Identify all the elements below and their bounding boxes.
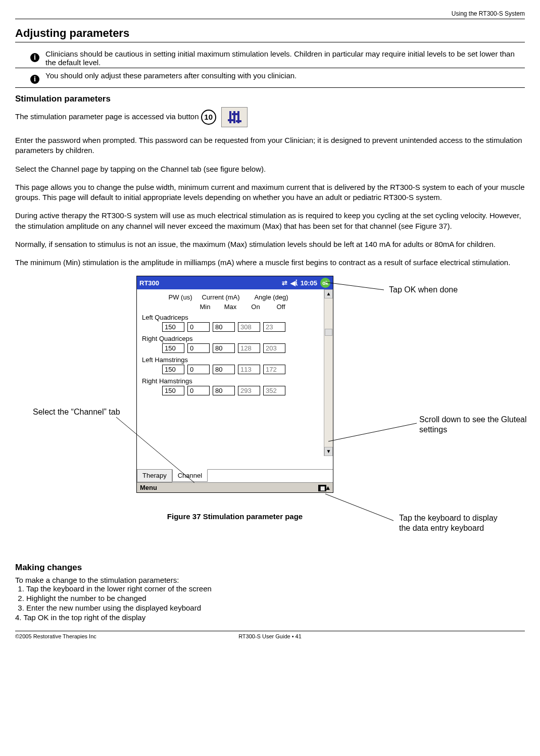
titlebar: RT300 ⇄ ◀ἰ 10:05 ok xyxy=(137,276,333,289)
muscle-row: Left Quadriceps 150 0 80 308 23 xyxy=(142,314,321,332)
scroll-region: PW (us) Current (mA) Angle (deg) Min Max… xyxy=(137,289,333,456)
sub-min: Min xyxy=(192,303,218,311)
stim-line-text: The stimulation parameter page is access… xyxy=(15,112,199,121)
min-input[interactable]: 0 xyxy=(187,343,210,353)
menu-button[interactable]: Menu xyxy=(140,484,157,491)
pw-input[interactable]: 150 xyxy=(162,386,184,395)
footer-left: ©2005 Restorative Therapies Inc xyxy=(15,633,185,639)
paragraph: The minimum (Min) stimulation is the amp… xyxy=(15,258,525,268)
muscle-label: Right Quadriceps xyxy=(142,335,321,342)
muscle-label: Left Quadriceps xyxy=(142,314,321,321)
off-value[interactable]: 352 xyxy=(263,386,285,395)
info-text: Clinicians should be cautious in setting… xyxy=(45,49,525,67)
callout-scroll: Scroll down to see the Gluteal settings xyxy=(419,415,535,435)
paragraph: During active therapy the RT300-S system… xyxy=(15,211,525,231)
min-input[interactable]: 0 xyxy=(187,322,210,332)
col-pw: PW (us) xyxy=(165,293,195,301)
off-value[interactable]: 203 xyxy=(263,343,285,353)
paragraph: The stimulation parameter page is access… xyxy=(15,107,525,127)
footer-center: RT300-S User Guide • 41 xyxy=(185,633,355,639)
app-title: RT300 xyxy=(139,279,159,287)
callout-keyboard: Tap the keyboard to display the data ent… xyxy=(399,513,510,533)
tabs: Therapy Channel xyxy=(137,469,333,482)
sub-off: Off xyxy=(268,303,293,311)
sub-max: Max xyxy=(218,303,243,311)
info-icon: i xyxy=(30,49,45,63)
paragraph: Normally, if sensation to stimulus is no… xyxy=(15,239,525,249)
step: Tap the keyboard in the lower right corn… xyxy=(26,584,525,593)
on-value[interactable]: 293 xyxy=(238,386,260,395)
off-value[interactable]: 23 xyxy=(263,322,285,332)
max-input[interactable]: 80 xyxy=(213,322,235,332)
header-right: Using the RT300-S System xyxy=(452,10,525,17)
device-screenshot: RT300 ⇄ ◀ἰ 10:05 ok PW (us) Current (mA)… xyxy=(136,276,333,493)
step: Enter the new number using the displayed… xyxy=(26,603,525,612)
vertical-scrollbar[interactable]: ▲ ▼ xyxy=(324,289,333,456)
svg-line-2 xyxy=(328,423,417,441)
muscle-row: Right Quadriceps 150 0 80 128 203 xyxy=(142,335,321,353)
info-row: i You should only adjust these parameter… xyxy=(15,68,525,84)
info-text: You should only adjust these parameters … xyxy=(45,71,525,80)
svg-line-3 xyxy=(325,494,394,521)
menu-bar: Menu ▦▴ xyxy=(137,482,333,492)
column-headers: PW (us) Current (mA) Angle (deg) xyxy=(142,293,321,301)
sub-on: On xyxy=(243,303,268,311)
muscle-row: Left Hamstrings 150 0 80 113 172 xyxy=(142,356,321,374)
min-input[interactable]: 0 xyxy=(187,386,210,395)
col-current: Current (mA) xyxy=(195,293,246,301)
page-title: Adjusting parameters xyxy=(15,27,525,42)
on-value[interactable]: 308 xyxy=(238,322,260,332)
keyboard-icon[interactable]: ▦▴ xyxy=(318,484,330,491)
tab-channel[interactable]: Channel xyxy=(172,469,208,482)
page-header: Using the RT300-S System xyxy=(15,10,525,19)
step: Highlight the number to be changed xyxy=(26,594,525,602)
sub-headers: Min Max On Off xyxy=(142,303,321,311)
pw-input[interactable]: 150 xyxy=(162,365,184,374)
on-value[interactable]: 128 xyxy=(238,343,260,353)
section-heading: Making changes xyxy=(15,563,525,573)
max-input[interactable]: 80 xyxy=(213,386,235,395)
muscle-label: Right Hamstrings xyxy=(142,377,321,385)
scroll-up-button[interactable]: ▲ xyxy=(324,289,333,298)
figure-caption: Figure 37 Stimulation parameter page xyxy=(136,512,333,521)
figure-area: RT300 ⇄ ◀ἰ 10:05 ok PW (us) Current (mA)… xyxy=(15,276,525,559)
scroll-down-button[interactable]: ▼ xyxy=(324,447,333,456)
section-heading: Stimulation parameters xyxy=(15,94,525,104)
col-angle: Angle (deg) xyxy=(246,293,297,301)
min-input[interactable]: 0 xyxy=(187,365,210,374)
ok-button[interactable]: ok xyxy=(320,278,330,288)
info-row: i Clinicians should be cautious in setti… xyxy=(15,46,525,68)
content-area: PW (us) Current (mA) Angle (deg) Min Max… xyxy=(137,289,324,456)
button-number-icon: 10 xyxy=(201,110,216,125)
muscle-label: Left Hamstrings xyxy=(142,356,321,364)
on-value[interactable]: 113 xyxy=(238,365,260,374)
info-block: i Clinicians should be cautious in setti… xyxy=(15,46,525,88)
page-footer: ©2005 Restorative Therapies Inc RT300-S … xyxy=(15,631,525,639)
svg-line-0 xyxy=(326,282,384,290)
scroll-thumb[interactable] xyxy=(325,329,332,336)
tab-therapy[interactable]: Therapy xyxy=(137,470,172,482)
max-input[interactable]: 80 xyxy=(213,343,235,353)
paragraph: Select the Channel page by tapping on th… xyxy=(15,164,525,174)
changes-intro: To make a change to the stimulation para… xyxy=(15,576,525,584)
muscle-row: Right Hamstrings 150 0 80 293 352 xyxy=(142,377,321,395)
volume-icon: ◀ἰ xyxy=(290,279,298,287)
sliders-icon xyxy=(221,107,248,127)
paragraph: This page allows you to change the pulse… xyxy=(15,182,525,203)
max-input[interactable]: 80 xyxy=(213,365,235,374)
off-value[interactable]: 172 xyxy=(263,365,285,374)
callout-ok: Tap OK when done xyxy=(389,285,458,295)
clock: 10:05 xyxy=(301,279,317,287)
pw-input[interactable]: 150 xyxy=(162,343,184,353)
pw-input[interactable]: 150 xyxy=(162,322,184,332)
connectivity-icon: ⇄ xyxy=(282,279,287,287)
callout-channel: Select the “Channel” tab xyxy=(33,407,134,417)
info-icon: i xyxy=(30,71,45,84)
paragraph: Enter the password when prompted. This p… xyxy=(15,135,525,156)
steps-list: Tap the keyboard in the lower right corn… xyxy=(15,584,525,612)
step: 4. Tap OK in the top right of the displa… xyxy=(15,613,525,622)
